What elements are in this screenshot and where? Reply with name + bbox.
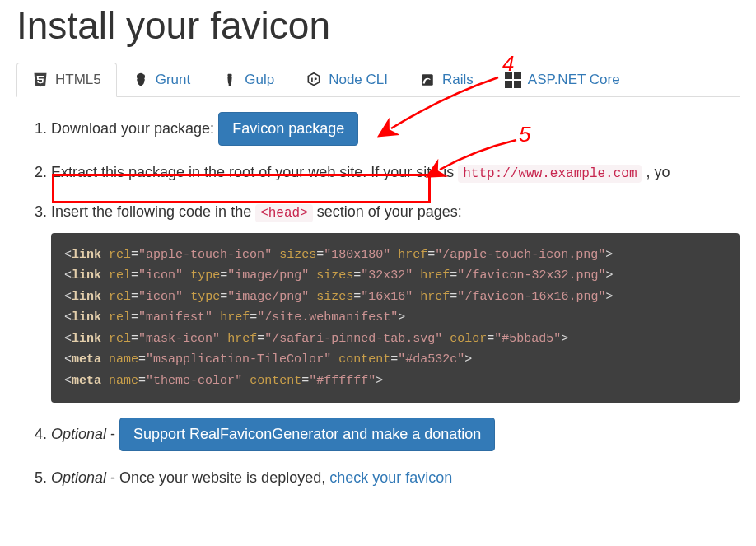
grunt-icon [133,72,149,88]
tab-label: HTML5 [55,72,101,88]
extract-text: Extract this package in the root of your… [51,164,366,180]
step-donate: Optional - Support RealFaviconGenerator … [51,418,740,451]
tab-rails[interactable]: Rails [404,63,489,96]
step-text: Download your package: [51,120,214,137]
step-text: If your site is [366,164,458,180]
tab-label: Node CLI [329,72,388,88]
step-extract: Extract this package in the root of your… [51,161,740,185]
check-favicon-link[interactable]: check your favicon [329,469,452,486]
step-text: - Once your website is deployed, [106,469,329,486]
step-text: section of your pages: [313,203,462,220]
head-tag-code: <head> [255,204,313,222]
tech-tabs: HTML5 Grunt Gulp Node CLI Rails ASP.NET … [16,63,740,97]
windows-icon [505,72,521,88]
install-steps: Download your package: Favicon package E… [16,112,740,490]
example-url: http://www.example.com [458,165,642,183]
tab-gulp[interactable]: Gulp [206,63,290,96]
tab-label: Rails [442,72,474,88]
tab-grunt[interactable]: Grunt [117,63,207,96]
step-text: , yo [642,164,670,180]
tab-label: Grunt [156,72,191,88]
favicon-package-button[interactable]: Favicon package [218,112,358,146]
head-code-block: <link rel="apple-touch-icon" sizes="180x… [51,233,740,404]
step-text: Insert the following code in the [51,203,255,220]
svg-rect-0 [422,74,433,86]
rails-icon [419,72,436,88]
tab-html5[interactable]: HTML5 [16,63,117,97]
tab-label: Gulp [245,72,274,88]
optional-label: Optional [51,469,106,486]
tab-label: ASP.NET Core [528,72,620,88]
donate-button[interactable]: Support RealFaviconGenerator and make a … [119,418,495,451]
step-download: Download your package: Favicon package [51,112,740,146]
step-text: - [106,426,119,442]
html5-icon [32,72,49,88]
gulp-icon [222,72,238,88]
step-insert-code: Insert the following code in the <head> … [51,200,740,403]
optional-label: Optional [51,426,106,442]
nodejs-icon [306,72,322,88]
step-check: Optional - Once your website is deployed… [51,466,740,490]
tab-node-cli[interactable]: Node CLI [290,63,404,96]
page-title: Install your favicon [16,0,740,48]
tab-aspnet[interactable]: ASP.NET Core [489,63,636,96]
